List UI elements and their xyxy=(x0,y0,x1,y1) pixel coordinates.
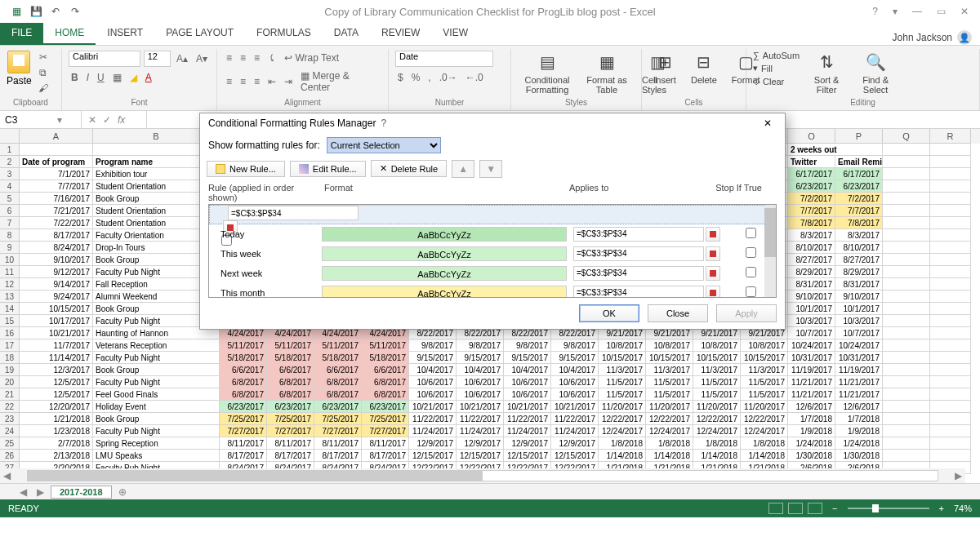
cell[interactable]: 1/21/2018 xyxy=(20,413,93,425)
cell[interactable] xyxy=(930,278,971,291)
ribbon-tab-insert[interactable]: INSERT xyxy=(96,22,154,45)
row-header[interactable]: 11 xyxy=(0,266,20,278)
rule-row[interactable]: Formula: =C3AaBbCcYyZz xyxy=(209,205,776,224)
cell[interactable] xyxy=(883,168,930,180)
cell[interactable]: 12/24/2017 xyxy=(599,425,646,437)
cell[interactable]: 11/3/2017 xyxy=(646,364,693,376)
cell[interactable]: 1/8/2018 xyxy=(741,437,788,450)
align-bot-icon[interactable]: ≡ xyxy=(252,51,262,65)
cell[interactable]: 6/6/2017 xyxy=(314,364,362,376)
ribbon-tab-home[interactable]: HOME xyxy=(43,22,96,45)
cell[interactable] xyxy=(883,303,930,315)
cell[interactable]: 7/27/2017 xyxy=(267,425,314,437)
cell[interactable]: 12/6/2017 xyxy=(835,401,883,413)
cell[interactable]: 1/9/2018 xyxy=(835,425,883,437)
cell[interactable] xyxy=(883,327,930,339)
cell[interactable]: 8/31/2017 xyxy=(835,278,883,291)
delete-cells-button[interactable]: ⊟Delete xyxy=(686,51,722,98)
row-header[interactable]: 14 xyxy=(0,303,20,315)
cell[interactable]: 12/5/2017 xyxy=(20,388,93,401)
cell[interactable] xyxy=(883,205,930,217)
zoom-in-icon[interactable]: + xyxy=(939,503,944,513)
comma-icon[interactable]: , xyxy=(425,70,433,85)
cell[interactable]: 9/8/2017 xyxy=(504,339,551,352)
cell[interactable]: 12/3/2017 xyxy=(20,364,93,376)
cell[interactable]: 9/12/2017 xyxy=(20,266,93,278)
cell[interactable]: 12/24/2017 xyxy=(741,425,788,437)
cell[interactable]: 11/19/2017 xyxy=(788,364,835,376)
cell[interactable]: 11/5/2017 xyxy=(693,388,741,401)
scroll-right-icon[interactable]: ▶ xyxy=(951,470,965,481)
cell[interactable]: 1/23/2018 xyxy=(20,425,93,437)
cell[interactable] xyxy=(883,193,930,205)
cell[interactable]: 12/24/2017 xyxy=(646,425,693,437)
cell[interactable]: 10/6/2017 xyxy=(457,388,504,401)
col-header-R[interactable]: R xyxy=(930,129,971,144)
cell[interactable] xyxy=(883,242,930,254)
cell[interactable]: 8/31/2017 xyxy=(788,278,835,291)
cell[interactable]: 8/24/2017 xyxy=(20,242,93,254)
save-icon[interactable]: 💾 xyxy=(29,5,42,18)
cell[interactable]: 10/24/2017 xyxy=(835,339,883,352)
orientation-icon[interactable]: ⤹ xyxy=(265,51,278,65)
cell[interactable]: 2/7/2018 xyxy=(20,437,93,450)
cell[interactable]: 11/21/2017 xyxy=(788,376,835,388)
cell[interactable] xyxy=(930,193,971,205)
ribbon-tab-view[interactable]: VIEW xyxy=(431,22,479,45)
dialog-close-icon[interactable]: ✕ xyxy=(759,118,777,129)
cell[interactable]: 9/8/2017 xyxy=(409,339,457,352)
row-header[interactable]: 20 xyxy=(0,376,20,388)
cell[interactable]: Date of program xyxy=(20,156,93,168)
cell[interactable] xyxy=(930,425,971,437)
cell[interactable]: 10/31/2017 xyxy=(835,352,883,364)
row-header[interactable]: 3 xyxy=(0,168,20,180)
cell[interactable]: 11/21/2017 xyxy=(835,376,883,388)
enter-formula-icon[interactable]: ✓ xyxy=(103,114,111,126)
cell[interactable]: LMU Speaks xyxy=(93,450,220,462)
cell[interactable] xyxy=(930,168,971,180)
cell[interactable]: Book Group xyxy=(93,413,220,425)
cell[interactable]: 6/8/2017 xyxy=(314,388,362,401)
row-header[interactable]: 24 xyxy=(0,425,20,437)
cell[interactable]: 10/15/2017 xyxy=(646,352,693,364)
cell[interactable]: 11/20/2017 xyxy=(693,401,741,413)
row-header[interactable]: 18 xyxy=(0,352,20,364)
cell[interactable]: 1/8/2018 xyxy=(693,437,741,450)
cell[interactable]: 1/7/2018 xyxy=(835,413,883,425)
cell[interactable]: 6/23/2017 xyxy=(314,401,362,413)
cell[interactable]: 5/11/2017 xyxy=(267,339,314,352)
cell[interactable] xyxy=(930,315,971,327)
cell[interactable] xyxy=(930,339,971,352)
cell[interactable]: 1/8/2018 xyxy=(646,437,693,450)
cell[interactable]: 9/15/2017 xyxy=(457,352,504,364)
col-header-P[interactable]: P xyxy=(835,129,883,144)
row-header[interactable]: 6 xyxy=(0,205,20,217)
page-break-view-icon[interactable] xyxy=(808,503,822,514)
cell[interactable]: 8/17/2017 xyxy=(314,450,362,462)
cell[interactable]: 7/8/2017 xyxy=(835,217,883,229)
increase-font-icon[interactable]: A▴ xyxy=(174,51,190,66)
fill-button[interactable]: ▾Fill xyxy=(753,63,773,73)
ribbon-options-icon[interactable]: ▾ xyxy=(893,6,898,17)
cell[interactable]: 10/3/2017 xyxy=(835,315,883,327)
cell[interactable]: 2 weeks out xyxy=(788,144,883,156)
cell[interactable] xyxy=(883,217,930,229)
align-top-icon[interactable]: ≡ xyxy=(224,51,234,65)
cell[interactable] xyxy=(883,401,930,413)
cell[interactable]: 8/11/2017 xyxy=(362,437,409,450)
cell[interactable]: 6/8/2017 xyxy=(314,376,362,388)
cell[interactable]: 10/24/2017 xyxy=(788,339,835,352)
page-layout-view-icon[interactable] xyxy=(788,503,803,514)
cell[interactable]: 12/6/2017 xyxy=(788,401,835,413)
cell[interactable]: Spring Reception xyxy=(93,437,220,450)
insert-cells-button[interactable]: ⊞Insert xyxy=(648,51,681,98)
cell[interactable] xyxy=(930,364,971,376)
cell[interactable]: 7/25/2017 xyxy=(220,413,267,425)
cell[interactable]: 9/10/2017 xyxy=(835,291,883,303)
cell[interactable]: 10/1/2017 xyxy=(788,303,835,315)
cell[interactable]: 1/30/2018 xyxy=(835,450,883,462)
move-down-button[interactable]: ▼ xyxy=(479,160,502,178)
cell[interactable] xyxy=(930,291,971,303)
rule-row[interactable]: This monthAaBbCcYyZz xyxy=(209,283,776,298)
row-header[interactable]: 19 xyxy=(0,364,20,376)
